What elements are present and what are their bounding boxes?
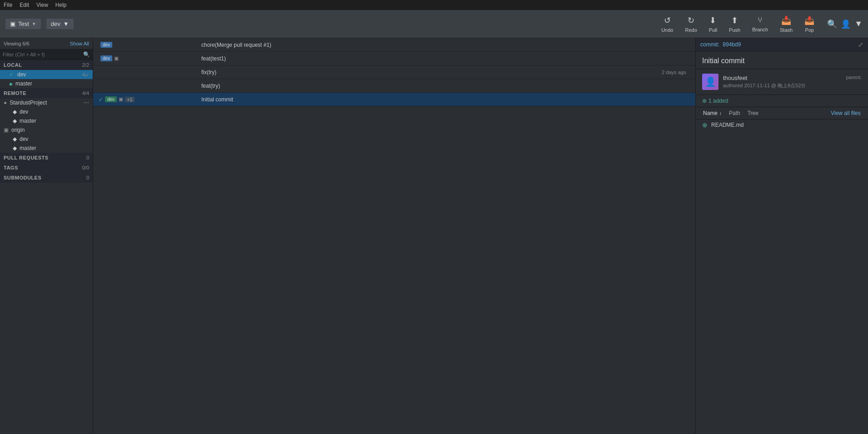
remote-origin-dev[interactable]: ◆ dev xyxy=(0,135,93,144)
toolbar: ▣ Test ▼ dev ▼ ↺ Undo ↻ Redo ⬇ Pull ⬆ Pu… xyxy=(0,10,868,38)
sidebar: Viewing 6/6 Show All 🔍 LOCAL 2/2 ✓ dev 4… xyxy=(0,38,93,434)
tree-col-header[interactable]: Tree xyxy=(745,109,761,117)
branch-arrow-icon: ▼ xyxy=(63,20,69,27)
author-avatar: 👤 xyxy=(702,74,718,90)
remote-origin-master-name: master xyxy=(20,145,36,151)
user-avatar[interactable]: 👤 xyxy=(841,19,851,29)
repo-arrow-icon: ▼ xyxy=(32,21,36,26)
commit-title: Initial commit xyxy=(702,57,744,65)
stash-label: Stash xyxy=(780,27,793,33)
undo-button[interactable]: ↺ Undo xyxy=(656,14,678,35)
menu-help[interactable]: Help xyxy=(55,2,67,8)
name-col-label: Name xyxy=(703,110,718,116)
viewing-info: Viewing 6/6 xyxy=(4,41,30,46)
branch-tag-dev: dev xyxy=(100,42,112,48)
name-col-header[interactable]: Name ↕ xyxy=(700,109,724,117)
commit-message: chore(Merge pull request #1) xyxy=(201,42,691,48)
remote-stardust[interactable]: ● StardustProject ⋯ xyxy=(0,98,93,107)
branch-tag-dev-2: dev xyxy=(100,55,112,61)
files-header: ⊕ 1 added xyxy=(696,95,868,107)
more-options-icon[interactable]: ⋯ xyxy=(84,100,89,106)
commit-row[interactable]: dev ▣ feat(test1) xyxy=(93,52,695,65)
submodules-header[interactable]: SUBMODULES 0 xyxy=(0,173,93,183)
repo-selector[interactable]: ▣ Test ▼ xyxy=(5,19,41,29)
redo-button[interactable]: ↻ Redo xyxy=(679,14,702,35)
window-icon: ▣ xyxy=(10,20,15,27)
author-section: 👤 thousfeet authored 2017-11-11 @ 晚上8点52… xyxy=(696,69,868,95)
sidebar-top: Viewing 6/6 Show All xyxy=(0,38,93,50)
submodules-label: SUBMODULES xyxy=(4,175,41,180)
branch-label: Branch xyxy=(752,27,768,32)
remote-stardust-master-name: master xyxy=(20,118,36,124)
expand-icon[interactable]: ⤢ xyxy=(858,41,863,48)
path-col-header[interactable]: Path xyxy=(726,109,743,117)
commit-time-3: 2 days ago xyxy=(662,70,686,75)
stash-button[interactable]: 📥 Stash xyxy=(774,14,798,35)
commit-message-4: feat(try) xyxy=(201,83,691,89)
remote-dot-icon: ● xyxy=(4,100,7,106)
main-content: Viewing 6/6 Show All 🔍 LOCAL 2/2 ✓ dev 4… xyxy=(0,38,868,434)
commit-word: commit: xyxy=(700,41,719,48)
search-button[interactable]: 🔍 xyxy=(827,19,837,29)
local-section-header[interactable]: LOCAL 2/2 xyxy=(0,60,93,70)
local-count: 2/2 xyxy=(82,62,89,68)
pull-requests-header[interactable]: PULL REQUESTS 0 xyxy=(0,153,93,163)
filter-search-icon[interactable]: 🔍 xyxy=(83,51,90,58)
files-toolbar: Name ↕ Path Tree View all files xyxy=(696,107,868,120)
menu-file[interactable]: File xyxy=(4,2,12,8)
commit-message-3: fix(try) xyxy=(201,69,658,75)
remote-section-header[interactable]: REMOTE 4/4 xyxy=(0,88,93,98)
sub-branch-dot-3: ◆ xyxy=(13,136,17,142)
commit-row[interactable]: feat(try) xyxy=(93,79,695,93)
file-row-readme[interactable]: ⊕ README.md xyxy=(696,120,868,130)
avatar-placeholder: 👤 xyxy=(705,76,716,87)
author-date: authored 2017-11-11 @ 晚上8点52分 xyxy=(723,82,842,89)
files-section: ⊕ 1 added Name ↕ Path Tree View all file… xyxy=(696,95,868,434)
branch-name-dev: dev xyxy=(17,71,26,78)
branch-selector[interactable]: dev ▼ xyxy=(46,19,74,29)
pop-label: Pop xyxy=(805,27,814,33)
file-name-readme: README.md xyxy=(711,122,743,128)
redo-label: Redo xyxy=(685,27,697,33)
settings-button[interactable]: ▼ xyxy=(854,19,863,29)
undo-label: Undo xyxy=(661,27,673,33)
origin-icon: ▣ xyxy=(4,127,9,133)
menu-view[interactable]: View xyxy=(36,2,48,8)
remote-origin[interactable]: ▣ origin xyxy=(0,125,93,135)
commit-row-selected[interactable]: ✓ dev ▣ +1 Initial commit xyxy=(93,93,695,106)
pop-button[interactable]: 📤 Pop xyxy=(799,14,820,35)
filter-input[interactable] xyxy=(3,52,83,57)
pop-icon: 📤 xyxy=(804,15,814,25)
check-mark: ✓ xyxy=(99,96,103,103)
tags-header[interactable]: TAGS 0/0 xyxy=(0,163,93,173)
menu-edit[interactable]: Edit xyxy=(20,2,29,8)
commit-message-5: Initial commit xyxy=(201,96,691,103)
plus-one-badge: +1 xyxy=(125,97,135,102)
menu-bar: File Edit View Help xyxy=(0,0,868,10)
undo-icon: ↺ xyxy=(664,15,671,25)
branch-icon: ⑂ xyxy=(758,15,763,25)
tags-label: TAGS xyxy=(4,165,18,170)
commit-row[interactable]: dev chore(Merge pull request #1) xyxy=(93,38,695,52)
remote-origin-name: origin xyxy=(11,127,25,133)
dev-icon-2: ▣ xyxy=(119,96,123,102)
branch-button[interactable]: ⑂ Branch xyxy=(747,14,773,34)
push-button[interactable]: ⬆ Push xyxy=(723,14,746,35)
pull-button[interactable]: ⬇ Pull xyxy=(703,14,723,35)
push-icon: ⬆ xyxy=(731,15,738,25)
view-all-files-link[interactable]: View all files xyxy=(828,109,863,117)
filter-bar: 🔍 xyxy=(0,50,93,60)
commit-hash-value: 894bd9 xyxy=(723,41,741,48)
local-branch-master[interactable]: ◆ master xyxy=(0,79,93,88)
plus-icon: ⊕ xyxy=(702,98,707,104)
push-label: Push xyxy=(729,27,740,33)
remote-stardust-master[interactable]: ◆ master xyxy=(0,116,93,125)
branch-dot-icon: ◆ xyxy=(9,81,13,86)
remote-stardust-dev[interactable]: ◆ dev xyxy=(0,107,93,116)
show-all-link[interactable]: Show All xyxy=(70,41,89,46)
local-branch-dev[interactable]: ✓ dev 4↙ xyxy=(0,70,93,79)
added-badge: ⊕ 1 added xyxy=(702,98,728,104)
stash-icon: 📥 xyxy=(781,15,791,25)
commit-row[interactable]: fix(try) 2 days ago xyxy=(93,65,695,79)
remote-origin-master[interactable]: ◆ master xyxy=(0,144,93,153)
